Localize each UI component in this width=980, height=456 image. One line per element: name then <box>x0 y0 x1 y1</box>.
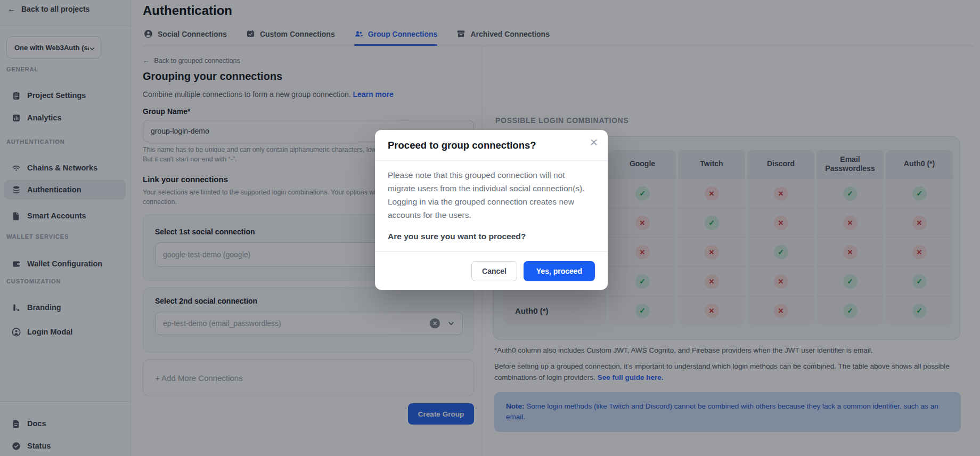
modal-footer: Cancel Yes, proceed <box>375 251 608 290</box>
web3auth-dashboard: ← Back to all projects One with Web3Auth… <box>0 0 980 456</box>
proceed-modal: Proceed to group connections? ✕ Please n… <box>375 130 608 290</box>
modal-title: Proceed to group connections? <box>388 140 536 151</box>
modal-header: Proceed to group connections? ✕ <box>375 130 608 161</box>
confirm-button[interactable]: Yes, proceed <box>524 261 595 281</box>
close-icon[interactable]: ✕ <box>590 137 598 148</box>
modal-question: Are you sure you want to proceed? <box>388 232 595 241</box>
modal-message: Please note that this grouped connection… <box>388 168 586 222</box>
modal-body: Please note that this grouped connection… <box>388 168 595 241</box>
cancel-button[interactable]: Cancel <box>471 261 517 281</box>
